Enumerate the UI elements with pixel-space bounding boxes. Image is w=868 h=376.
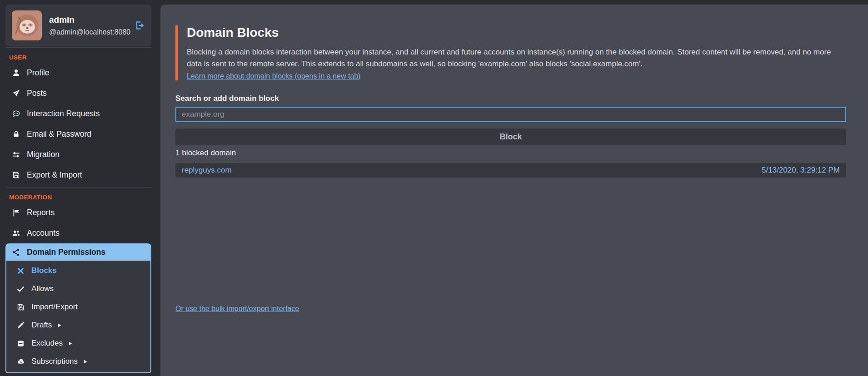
sidebar-item-label: Interaction Requests — [27, 109, 100, 119]
sidebar-item-label: Posts — [27, 89, 47, 98]
sidebar-item-migration[interactable]: Migration — [5, 144, 151, 165]
page-description: Blocking a domain blocks interaction bet… — [187, 46, 846, 69]
avatar — [12, 10, 42, 40]
blocked-count: 1 blocked domain — [175, 148, 846, 158]
block-button[interactable]: Block — [175, 129, 846, 145]
submenu-item-label: Subscriptions — [31, 357, 78, 366]
user-icon — [11, 69, 21, 77]
paper-plane-icon — [11, 89, 21, 98]
user-meta: admin @admin@localhost:8080 — [49, 15, 130, 36]
sidebar-item-label: Migration — [27, 150, 60, 159]
sidebar-item-export-import[interactable]: Export & Import — [5, 165, 151, 185]
blocked-domain-date: 5/13/2020, 3:29:12 PM — [762, 166, 840, 175]
submenu-item-drafts[interactable]: Drafts — [6, 316, 150, 334]
caret-right-icon — [56, 322, 62, 328]
divider — [5, 47, 151, 48]
caret-right-icon — [82, 359, 88, 365]
exchange-arrows-icon — [11, 150, 21, 159]
sidebar-item-label: Email & Password — [27, 129, 91, 139]
users-icon — [11, 229, 21, 237]
submenu-item-label: Drafts — [31, 321, 52, 330]
user-name: admin — [49, 15, 130, 25]
floppy-disk-icon — [11, 171, 21, 179]
learn-more-link[interactable]: Learn more about domain blocks (opens in… — [187, 72, 360, 80]
divider — [5, 187, 151, 188]
submenu-item-label: Excludes — [31, 339, 63, 348]
check-icon — [15, 285, 25, 293]
sign-out-icon[interactable] — [134, 20, 145, 31]
sidebar-item-label: Reports — [27, 208, 55, 218]
lock-icon — [11, 130, 21, 139]
cloud-download-icon — [15, 357, 25, 366]
submenu-item-blocks[interactable]: Blocks — [6, 262, 150, 280]
floppy-disk-icon — [15, 303, 25, 312]
submenu-item-excludes[interactable]: Excludes — [6, 334, 150, 352]
submenu-item-label: Import/Export — [31, 302, 78, 312]
sidebar-item-interaction-requests[interactable]: Interaction Requests — [5, 104, 151, 124]
blocked-domain-name: replyguys.com — [182, 166, 232, 175]
submenu-item-allows[interactable]: Allows — [6, 280, 150, 298]
divider — [5, 375, 151, 375]
user-card: admin @admin@localhost:8080 — [5, 5, 151, 46]
minus-square-icon — [15, 339, 25, 348]
domain-blocks-panel: Domain Blocks Blocking a domain blocks i… — [160, 5, 868, 376]
sidebar-item-profile[interactable]: Profile — [5, 63, 151, 83]
sidebar-item-label: Profile — [27, 68, 50, 78]
flag-icon — [11, 208, 21, 217]
sidebar-item-label: Export & Import — [27, 170, 82, 180]
pencil-icon — [15, 321, 25, 330]
sidebar-item-domain-permissions[interactable]: Domain Permissions — [5, 243, 151, 261]
submenu-item-label: Allows — [31, 284, 54, 293]
domain-permissions-submenu: Blocks Allows Import/Export Drafts Exclu… — [5, 261, 151, 373]
comment-dots-icon — [11, 109, 21, 118]
main-area: Domain Blocks Blocking a domain blocks i… — [157, 0, 868, 376]
sidebar-item-email-password[interactable]: Email & Password — [5, 124, 151, 144]
sidebar-item-posts[interactable]: Posts — [5, 83, 151, 104]
sidebar-item-reports[interactable]: Reports — [5, 203, 151, 223]
user-handle: @admin@localhost:8080 — [49, 28, 130, 36]
times-icon — [15, 267, 25, 275]
page-header: Domain Blocks Blocking a domain blocks i… — [175, 25, 846, 80]
sidebar: admin @admin@localhost:8080 USER Profile… — [0, 0, 157, 376]
share-nodes-icon — [11, 248, 21, 257]
search-label: Search or add domain block — [175, 94, 846, 103]
section-heading-user: USER — [5, 54, 151, 61]
submenu-item-import-export[interactable]: Import/Export — [6, 298, 150, 316]
sidebar-item-label: Domain Permissions — [27, 247, 105, 257]
sidebar-item-label: Accounts — [27, 228, 60, 238]
bulk-import-export-link[interactable]: Or use the bulk import/export interface — [175, 305, 299, 313]
sidebar-item-accounts[interactable]: Accounts — [5, 223, 151, 243]
domain-search-input[interactable] — [175, 107, 846, 122]
submenu-item-label: Blocks — [31, 266, 57, 275]
page-title: Domain Blocks — [187, 25, 846, 40]
blocked-domain-row[interactable]: replyguys.com 5/13/2020, 3:29:12 PM — [175, 163, 846, 178]
section-heading-moderation: MODERATION — [5, 194, 151, 201]
caret-right-icon — [67, 341, 73, 346]
blocked-domain-list: replyguys.com 5/13/2020, 3:29:12 PM — [175, 163, 846, 178]
submenu-item-subscriptions[interactable]: Subscriptions — [6, 352, 150, 371]
